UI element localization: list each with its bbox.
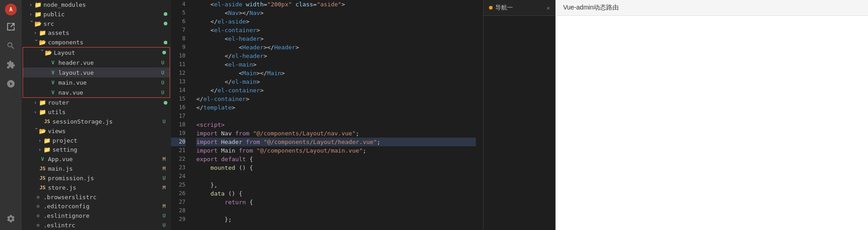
sidebar-item-assets[interactable]: › 📁 assets bbox=[22, 29, 171, 38]
code-line bbox=[196, 172, 476, 181]
code-editor[interactable]: <el-aside width="200px" class="aside"> <… bbox=[189, 0, 483, 230]
right-header: Vue-admin动态路由 bbox=[556, 0, 868, 16]
sidebar-item-store-js[interactable]: › JS store.js M bbox=[22, 183, 171, 192]
line-num: 25 bbox=[171, 181, 185, 189]
sidebar-item-src[interactable]: › 📂 src bbox=[22, 19, 171, 29]
sidebar-item-sessionstorage[interactable]: › JS sessionStorage.js U bbox=[22, 117, 171, 126]
right-panel: Vue-admin动态路由 bbox=[555, 0, 868, 230]
sidebar-item-nav-vue[interactable]: › V nav.vue U bbox=[23, 87, 170, 97]
line-num: 9 bbox=[171, 43, 185, 52]
sidebar-item-eslintrc[interactable]: › ⚙ .eslintrc U bbox=[22, 220, 171, 230]
sidebar-item-browserslistrc[interactable]: › ⚙ .browserslistrc bbox=[22, 192, 171, 202]
sidebar-item-components[interactable]: › 📂 components bbox=[22, 38, 171, 47]
sidebar-item-layout-vue[interactable]: › V layout.vue U bbox=[23, 67, 170, 77]
git-badge: U bbox=[159, 80, 166, 86]
chevron-icon: › bbox=[36, 146, 43, 153]
sidebar-item-label: .browserslistrc bbox=[43, 194, 171, 201]
code-line: <el-main> bbox=[196, 60, 476, 69]
sidebar-item-label: public bbox=[43, 11, 164, 18]
line-num: 19 bbox=[171, 129, 185, 138]
sidebar-item-label: header.vue bbox=[58, 59, 159, 66]
sidebar-item-label: node_modules bbox=[43, 1, 171, 8]
line-num: 5 bbox=[171, 9, 185, 17]
sidebar-item-setting[interactable]: › 📁 setting bbox=[22, 145, 171, 154]
code-line: import Header from "@/components/Layout/… bbox=[196, 138, 476, 146]
code-line: </el-header> bbox=[196, 52, 476, 60]
folder-icon: 📁 bbox=[43, 146, 51, 153]
sidebar-item-node-modules[interactable]: › 📁 node_modules bbox=[22, 0, 171, 10]
folder-icon: 📁 bbox=[39, 99, 46, 106]
chevron-icon: › bbox=[32, 108, 39, 115]
code-line bbox=[196, 112, 476, 120]
close-preview-icon[interactable]: × bbox=[546, 5, 550, 11]
line-num: 28 bbox=[171, 206, 185, 215]
chevron-icon: › bbox=[36, 137, 43, 144]
sidebar-item-editorconfig[interactable]: › ⚙ .editorconfig M bbox=[22, 202, 171, 211]
chevron-icon: › bbox=[27, 1, 34, 8]
line-num: 13 bbox=[171, 77, 185, 86]
sidebar-item-label: .eslintignore bbox=[43, 212, 161, 219]
sidebar-item-label: assets bbox=[48, 29, 171, 36]
sidebar-item-project[interactable]: › 📁 project bbox=[22, 136, 171, 145]
sidebar-item-main-vue[interactable]: › V main.vue U bbox=[23, 77, 170, 87]
sidebar-item-main-js[interactable]: › JS main.js M bbox=[22, 164, 171, 173]
code-line: <el-header> bbox=[196, 34, 476, 43]
modified-dot bbox=[164, 12, 167, 16]
modified-dot bbox=[162, 51, 166, 54]
code-container: 4 5 6 7 8 9 10 11 12 13 14 15 16 17 18 1… bbox=[171, 0, 483, 230]
line-num: 20 bbox=[171, 138, 185, 146]
sidebar-item-router[interactable]: › 📁 router bbox=[22, 98, 171, 107]
code-line: <script> bbox=[196, 120, 476, 129]
nav-dot bbox=[489, 6, 493, 10]
chevron-down-icon: › bbox=[32, 127, 39, 134]
sidebar-item-label: utils bbox=[48, 109, 171, 115]
line-num: 17 bbox=[171, 112, 185, 120]
line-num: 8 bbox=[171, 34, 185, 43]
line-num: 12 bbox=[171, 69, 185, 77]
code-line: }, bbox=[196, 181, 476, 189]
code-line: export default { bbox=[196, 155, 476, 163]
sidebar-item-app-vue[interactable]: › V App.vue M bbox=[22, 154, 171, 164]
preview-header: 导航一 × bbox=[484, 0, 555, 16]
sidebar-item-label: src bbox=[43, 20, 164, 27]
chevron-icon: › bbox=[27, 10, 34, 18]
sidebar-item-public[interactable]: › 📁 public bbox=[22, 10, 171, 19]
chevron-down-icon: › bbox=[38, 49, 45, 56]
folder-icon: 📁 bbox=[43, 137, 51, 144]
explorer-icon[interactable] bbox=[3, 19, 19, 34]
vue-file-icon: V bbox=[49, 59, 57, 66]
sidebar-item-layout[interactable]: › 📂 Layout bbox=[23, 48, 170, 58]
run-icon[interactable] bbox=[3, 76, 19, 91]
git-badge: U bbox=[159, 60, 166, 66]
folder-icon: 📁 bbox=[34, 10, 42, 18]
sidebar-item-header-vue[interactable]: › V header.vue U bbox=[23, 58, 170, 67]
user-avatar[interactable]: A bbox=[5, 4, 17, 15]
line-num: 18 bbox=[171, 120, 185, 129]
right-panel-title: Vue-admin动态路由 bbox=[563, 4, 619, 12]
line-num: 23 bbox=[171, 163, 185, 172]
sidebar-item-label: main.js bbox=[48, 165, 161, 172]
search-icon[interactable] bbox=[3, 38, 19, 53]
folder-icon: 📁 bbox=[34, 1, 42, 8]
sidebar-item-eslintignore[interactable]: › ⚙ .eslintignore U bbox=[22, 211, 171, 220]
line-num: 7 bbox=[171, 26, 185, 34]
sidebar-item-views[interactable]: › 📂 views bbox=[22, 126, 171, 136]
sidebar-item-promission-js[interactable]: › JS promission.js U bbox=[22, 173, 171, 183]
modified-dot bbox=[164, 41, 167, 44]
line-numbers: 4 5 6 7 8 9 10 11 12 13 14 15 16 17 18 1… bbox=[171, 0, 189, 230]
sidebar-item-label: setting bbox=[52, 146, 171, 153]
vue-file-icon: V bbox=[49, 89, 57, 96]
chevron-icon: › bbox=[32, 99, 39, 106]
sidebar-item-label: App.vue bbox=[48, 156, 161, 163]
code-line: </el-container> bbox=[196, 86, 476, 95]
sidebar-item-label: promission.js bbox=[48, 175, 161, 182]
settings-icon[interactable] bbox=[3, 211, 19, 226]
chevron-icon: › bbox=[32, 29, 39, 37]
sidebar-item-label: main.vue bbox=[58, 79, 159, 86]
code-line: }; bbox=[196, 215, 476, 224]
folder-open-icon: 📂 bbox=[45, 49, 52, 56]
editor-area: 4 5 6 7 8 9 10 11 12 13 14 15 16 17 18 1… bbox=[171, 0, 483, 230]
line-num: 11 bbox=[171, 60, 185, 69]
sidebar-item-utils[interactable]: › 📁 utils bbox=[22, 107, 171, 117]
extensions-icon[interactable] bbox=[3, 57, 19, 72]
